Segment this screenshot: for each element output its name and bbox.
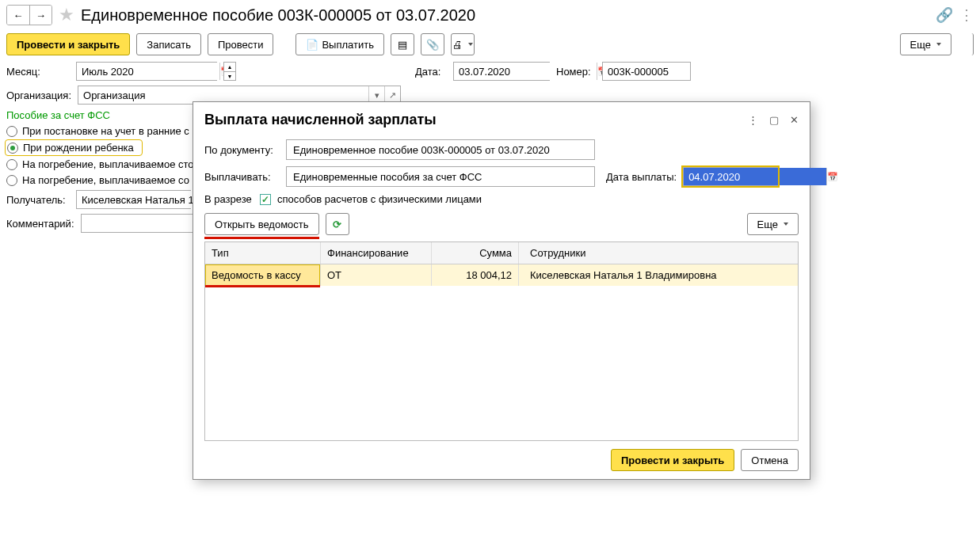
modal-more-button[interactable]: Еще: [747, 213, 799, 235]
close-icon[interactable]: ✕: [790, 114, 799, 126]
col-type[interactable]: Тип: [205, 242, 320, 264]
payment-modal: Выплата начисленной зарплаты ⋮ ▢ ✕ По до…: [193, 101, 810, 480]
pay-label: Выплачивать:: [204, 171, 280, 183]
refresh-button[interactable]: ⟳: [326, 213, 349, 235]
modal-process-close-button[interactable]: Провести и закрыть: [611, 449, 734, 471]
cell-type[interactable]: Ведомость в кассу: [205, 264, 320, 286]
cell-sum: 18 004,12: [431, 264, 518, 286]
table-row[interactable]: Ведомость в кассу ОТ 18 004,12 Киселевск…: [205, 264, 798, 286]
modal-title: Выплата начисленной зарплаты: [204, 112, 437, 128]
pay-input[interactable]: [286, 166, 595, 187]
col-emp[interactable]: Сотрудники: [518, 242, 798, 264]
calendar-icon[interactable]: 📅: [826, 168, 838, 185]
more-vertical-icon[interactable]: ⋮: [748, 114, 758, 126]
cell-fin: ОТ: [320, 264, 431, 286]
col-fin[interactable]: Финансирование: [320, 242, 431, 264]
paydate-input[interactable]: 📅: [683, 167, 778, 186]
payment-table: Тип Финансирование Сумма Сотрудники Ведо…: [204, 241, 799, 441]
cut-checkbox[interactable]: ✓: [260, 194, 271, 205]
maximize-icon[interactable]: ▢: [769, 114, 779, 126]
doc-input[interactable]: [286, 139, 595, 160]
doc-label: По документу:: [204, 144, 280, 156]
modal-cancel-button[interactable]: Отмена: [741, 449, 799, 471]
open-statement-button[interactable]: Открыть ведомость: [204, 213, 319, 235]
cell-emp: Киселевская Наталья 1 Владимировна: [518, 264, 798, 286]
cut-label: В разрезе: [204, 193, 254, 205]
chevron-down-icon: [784, 222, 788, 226]
cut-check-label: способов расчетов с физическими лицами: [277, 193, 482, 205]
paydate-label: Дата выплаты:: [606, 171, 677, 183]
col-sum[interactable]: Сумма: [431, 242, 518, 264]
